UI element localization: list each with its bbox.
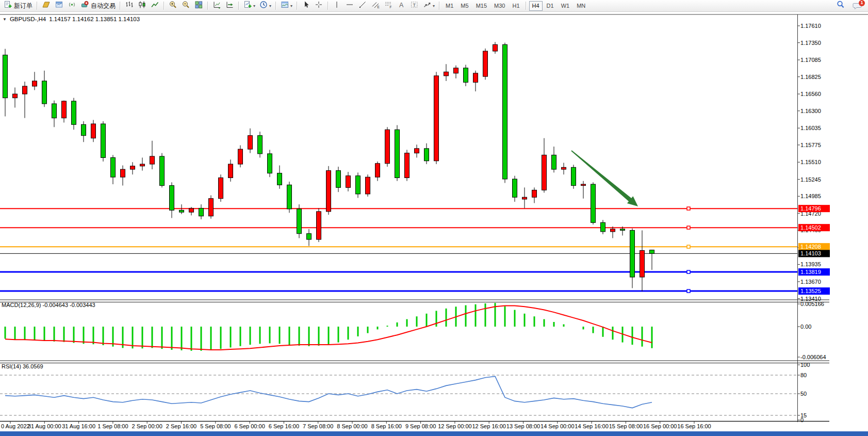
line-chart-icon — [151, 1, 159, 11]
svg-text:31 Aug 00:00: 31 Aug 00:00 — [28, 423, 61, 429]
candle-body — [385, 130, 390, 163]
candle-body — [513, 179, 517, 197]
timeframe-h1-button[interactable]: H1 — [509, 1, 522, 11]
candle-body — [42, 81, 47, 104]
chevron-down-icon[interactable]: ▾ — [269, 4, 271, 8]
candle-body — [248, 136, 253, 149]
hline-handle[interactable] — [687, 245, 690, 248]
candle-chart-mode-button[interactable] — [136, 0, 149, 11]
candle-body — [405, 153, 410, 178]
notifications-chat-icon[interactable]: 1 — [853, 1, 863, 10]
tile-windows-icon — [194, 1, 203, 11]
toolbar-separator — [207, 2, 208, 10]
arrows-tool-button[interactable]: ▾ — [421, 0, 437, 11]
candle-body — [121, 169, 125, 177]
candle-body — [32, 81, 37, 86]
svg-text:1.17085: 1.17085 — [800, 57, 821, 63]
candle-body — [542, 155, 547, 190]
candle-body — [277, 173, 282, 185]
timeframe-m1-button[interactable]: M1 — [443, 1, 456, 11]
bar-chart-mode-button[interactable] — [123, 0, 136, 11]
hline-icon — [346, 1, 354, 11]
hline-handle[interactable] — [687, 289, 690, 293]
tile-windows-button[interactable] — [192, 0, 205, 11]
horizontal-line-tool-button[interactable] — [343, 0, 356, 11]
chevron-down-icon[interactable]: ▾ — [290, 4, 292, 8]
crosshair-icon — [315, 1, 323, 11]
svg-text:A: A — [399, 2, 404, 9]
candle-body — [189, 208, 194, 213]
candle-body — [444, 72, 449, 76]
candle-body — [179, 210, 184, 212]
timeframe-h4-button[interactable]: H4 — [529, 1, 543, 11]
label-tool-button[interactable]: T — [408, 0, 421, 11]
signals-button[interactable] — [65, 0, 78, 11]
rsi-line — [5, 376, 652, 408]
zoom-out-button[interactable] — [179, 0, 192, 11]
search-icon[interactable] — [836, 0, 845, 11]
vertical-line-tool-button[interactable] — [331, 0, 343, 11]
svg-text:1.16560: 1.16560 — [800, 91, 821, 97]
hline-handle[interactable] — [687, 226, 690, 229]
add-indicator-button[interactable]: ▾ — [241, 0, 257, 11]
zoom-in-button[interactable] — [167, 0, 179, 11]
auto-arrange-button[interactable] — [210, 0, 223, 11]
candle-body — [13, 94, 18, 98]
trendline-tool-button[interactable] — [356, 0, 369, 11]
text-tool-button[interactable]: A — [395, 0, 408, 11]
hline-handle[interactable] — [687, 207, 690, 210]
toolbar-separator — [327, 2, 329, 10]
svg-text:1.16825: 1.16825 — [800, 74, 821, 80]
svg-text:15 Sep 08:00: 15 Sep 08:00 — [609, 423, 643, 429]
price-tag-1.14208: 1.14208 — [798, 243, 830, 250]
timeframe-mn-button[interactable]: MN — [574, 1, 588, 11]
toolbar-separator — [275, 2, 276, 10]
timeframe-w1-button[interactable]: W1 — [558, 1, 573, 11]
line-chart-mode-button[interactable] — [149, 0, 161, 11]
svg-text:14 Sep 16:00: 14 Sep 16:00 — [575, 423, 608, 429]
svg-text:12 Sep 16:00: 12 Sep 16:00 — [472, 423, 505, 429]
macd-panel: 0.0051660.00-0.006064 — [5, 301, 826, 360]
toolbar-separator — [37, 2, 38, 10]
chevron-down-icon[interactable]: ▾ — [253, 4, 255, 8]
timeframe-m15-button[interactable]: M15 — [473, 1, 490, 11]
arrow-annotation[interactable] — [571, 150, 638, 206]
chart-canvas[interactable]: 1.176101.173501.170851.168251.165601.163… — [0, 0, 868, 436]
autotrading-button[interactable]: 自动交易 — [78, 0, 118, 11]
trendline-icon — [358, 1, 367, 11]
candle-body — [611, 229, 615, 232]
chart-shift-button[interactable] — [223, 0, 236, 11]
svg-text:31 Aug 16:00: 31 Aug 16:00 — [62, 423, 95, 429]
price-axis[interactable]: 1.176101.173501.170851.168251.165601.163… — [797, 23, 821, 302]
notification-badge: 1 — [859, 0, 865, 6]
candle-body — [395, 130, 400, 177]
toolbar-separator — [526, 2, 527, 10]
crosshair-tool-button[interactable] — [313, 0, 325, 11]
time-axis[interactable]: 0 Aug 202231 Aug 00:0031 Aug 16:001 Sep … — [1, 422, 711, 429]
svg-text:14 Sep 00:00: 14 Sep 00:00 — [541, 423, 574, 429]
svg-text:7 Sep 08:00: 7 Sep 08:00 — [303, 423, 333, 429]
fibonacci-tool-button[interactable]: F — [382, 0, 395, 11]
price-tag-1.14103: 1.14103 — [798, 250, 830, 257]
zoom-in-icon — [169, 1, 177, 11]
timeframe-m5-button[interactable]: M5 — [457, 1, 471, 11]
profiles-button[interactable] — [40, 0, 53, 11]
cursor-tool-button[interactable] — [300, 0, 313, 11]
hline-handle[interactable] — [687, 270, 690, 273]
channel-tool-button[interactable]: E — [369, 0, 382, 11]
templates-button[interactable]: ▾ — [279, 0, 294, 11]
text-icon: A — [397, 1, 406, 11]
timeframe-m30-button[interactable]: M30 — [491, 1, 508, 11]
candle-body — [571, 167, 576, 185]
toolbar-separator — [439, 2, 440, 10]
market-watch-button[interactable] — [53, 0, 65, 11]
candle-body — [601, 222, 605, 232]
chevron-down-icon[interactable]: ▾ — [433, 4, 435, 8]
window-menu-arrow-icon[interactable]: ▼ — [3, 17, 7, 22]
candle-body — [473, 73, 478, 83]
periods-button[interactable]: ▾ — [257, 0, 273, 11]
new-order-button[interactable]: 新订单 — [2, 0, 35, 11]
shapes-icon — [423, 1, 432, 11]
timeframe-d1-button[interactable]: D1 — [544, 1, 557, 11]
new-order-label: 新订单 — [14, 2, 32, 10]
